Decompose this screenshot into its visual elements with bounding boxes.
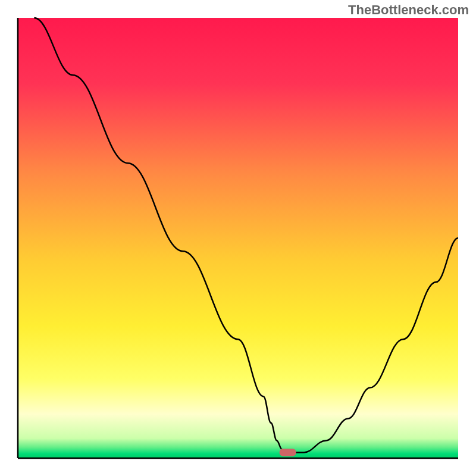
watermark-text: TheBottleneck.com [348,2,469,18]
chart-container: TheBottleneck.com [0,0,476,476]
optimal-marker [280,449,296,456]
bottleneck-chart [0,0,476,476]
